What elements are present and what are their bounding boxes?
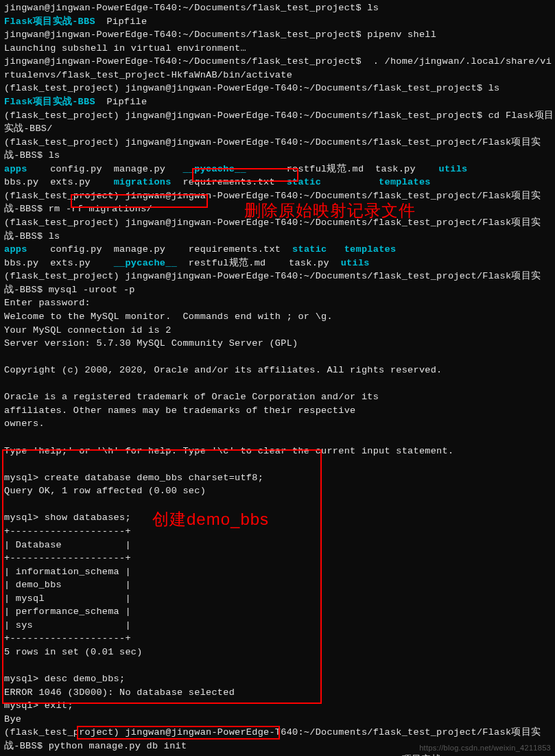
terminal-line: (flask_test_project) jingwan@jingwan-Pow… (4, 216, 555, 243)
terminal-segment: apps (4, 164, 27, 174)
terminal-line: Type 'help;' or '\h' for help. Type '\c'… (4, 445, 555, 458)
terminal-line: mysql> desc demo_bbs; (4, 672, 555, 686)
terminal-segment: templates (344, 244, 397, 255)
terminal-segment: mysql> desc demo_bbs; (4, 674, 125, 684)
terminal-segment: Bye (4, 714, 21, 724)
terminal-segment: apps (4, 244, 27, 255)
terminal-line: apps config.py manage.py requirements.tx… (4, 243, 555, 257)
terminal-line (4, 431, 555, 445)
terminal-line: Welcome to the MySQL monitor. Commands e… (4, 310, 555, 324)
terminal-line: mysql> exit; (4, 699, 555, 713)
terminal-line: jingwan@jingwan-PowerEdge-T640:~/Documen… (4, 55, 555, 82)
terminal-segment: Pipfile (95, 16, 147, 27)
terminal-segment: | performance_schema | (4, 606, 131, 617)
terminal-segment: (flask_test_project) jingwan@jingwan-Pow… (4, 137, 541, 161)
terminal-line: (flask_test_project) jingwan@jingwan-Pow… (4, 109, 555, 136)
terminal-line: +--------------------+ (4, 632, 555, 646)
terminal-line: apps config.py manage.py __pycache__ res… (4, 163, 555, 176)
terminal-segment (321, 177, 379, 187)
terminal-line: Copyright (c) 2000, 2020, Oracle and/or … (4, 364, 555, 377)
terminal-line: (flask_test_project) jingwan@jingwan-Pow… (4, 82, 555, 95)
terminal-output[interactable]: jingwan@jingwan-PowerEdge-T640:~/Documen… (4, 1, 555, 756)
terminal-line: jingwan@jingwan-PowerEdge-T640:~/Documen… (4, 28, 555, 42)
terminal-line: | demo_bbs | (4, 578, 555, 592)
terminal-line: mysql> show databases; (4, 511, 555, 525)
terminal-segment: +--------------------+ (4, 633, 131, 643)
terminal-segment: ERROR 1046 (3D000): No database selected (4, 687, 235, 698)
terminal-segment: Flask项目实战-BBS (4, 97, 95, 107)
terminal-segment (4, 379, 10, 389)
terminal-segment: restful规范.md task.py (246, 164, 439, 174)
terminal-segment (4, 661, 10, 671)
terminal-segment: jingwan@jingwan-PowerEdge-T640:~/Documen… (4, 3, 379, 13)
terminal-segment: requirements.txt (172, 177, 287, 187)
terminal-line: 5 rows in set (0.01 sec) (4, 646, 555, 659)
terminal-line (4, 498, 555, 512)
terminal-segment: | demo_bbs | (4, 580, 131, 590)
watermark-text: https://blog.csdn.net/weixin_4211853 (419, 743, 551, 754)
terminal-line: Oracle is a registered trademark of Orac… (4, 390, 555, 404)
terminal-line: Bye (4, 713, 555, 727)
terminal-segment: static (292, 244, 327, 255)
terminal-line: +--------------------+ (4, 525, 555, 539)
terminal-segment: Pipfile (95, 97, 147, 107)
terminal-segment (4, 352, 10, 362)
terminal-line: Flask项目实战-BBS Pipfile (4, 95, 555, 109)
terminal-line: | mysql | (4, 592, 555, 606)
terminal-segment: config.py manage.py requirements.txt (27, 244, 292, 255)
terminal-line: Flask项目实战-BBS Pipfile (4, 15, 555, 29)
terminal-line: | Database | (4, 539, 555, 552)
terminal-segment (327, 244, 344, 255)
terminal-segment (4, 459, 10, 469)
terminal-line: ERROR 1046 (3D000): No database selected (4, 686, 555, 700)
terminal-segment: jingwan@jingwan-PowerEdge-T640:~/Documen… (4, 29, 436, 40)
terminal-segment: +--------------------+ (4, 553, 131, 563)
terminal-line: (flask_test_project) jingwan@jingwan-Pow… (4, 270, 555, 296)
terminal-segment: migrations (114, 177, 172, 187)
terminal-segment: (flask_test_project) jingwan@jingwan-Pow… (4, 83, 500, 93)
terminal-segment: Enter password: (4, 298, 91, 308)
terminal-segment: Copyright (c) 2000, 2020, Oracle and/or … (4, 365, 442, 375)
terminal-segment (4, 432, 10, 442)
terminal-segment: __pycache__ (182, 164, 246, 174)
terminal-segment: mysql> exit; (4, 700, 73, 711)
terminal-segment: mysql> show databases; (4, 512, 131, 523)
terminal-line: | performance_schema | (4, 605, 555, 619)
terminal-segment: utils (341, 258, 370, 268)
terminal-segment: __pycache__ (114, 258, 177, 268)
terminal-line: Server version: 5.7.30 MySQL Community S… (4, 337, 555, 351)
terminal-line: bbs.py exts.py migrations requirements.t… (4, 176, 555, 189)
terminal-line: owners. (4, 417, 555, 431)
terminal-segment: jingwan@jingwan-PowerEdge-T640:~/Documen… (4, 56, 552, 80)
terminal-segment: bbs.py exts.py (4, 177, 114, 187)
terminal-segment: affiliates. Other names may be trademark… (4, 405, 355, 416)
terminal-line (4, 377, 555, 391)
terminal-line: affiliates. Other names may be trademark… (4, 404, 555, 418)
terminal-segment: (flask_test_project) jingwan@jingwan-Pow… (4, 217, 541, 241)
terminal-segment: | information_schema | (4, 567, 131, 577)
terminal-line: jingwan@jingwan-PowerEdge-T640:~/Documen… (4, 1, 555, 15)
terminal-line: bbs.py exts.py __pycache__ restful规范.md … (4, 257, 555, 270)
terminal-line: mysql> create database demo_bbs charset=… (4, 471, 555, 485)
terminal-segment: Your MySQL connection id is 2 (4, 325, 172, 335)
terminal-segment: 5 rows in set (0.01 sec) (4, 647, 143, 657)
terminal-segment: | mysql | (4, 593, 131, 604)
terminal-segment: | sys | (4, 620, 131, 630)
terminal-segment: | Database | (4, 540, 131, 550)
terminal-segment: Server version: 5.7.30 MySQL Community S… (4, 338, 298, 349)
terminal-segment: Welcome to the MySQL monitor. Commands e… (4, 311, 333, 322)
terminal-line: | information_schema | (4, 565, 555, 579)
terminal-segment: Flask项目实战-BBS (4, 16, 95, 27)
terminal-segment: restful规范.md task.py (177, 258, 341, 268)
terminal-segment: Type 'help;' or '\h' for help. Type '\c'… (4, 446, 453, 456)
terminal-line (4, 351, 555, 364)
terminal-line: +--------------------+ (4, 552, 555, 565)
terminal-line: (flask_test_project) jingwan@jingwan-Pow… (4, 136, 555, 163)
terminal-segment: (flask_test_project) jingwan@jingwan-Pow… (4, 271, 541, 295)
terminal-segment: +--------------------+ (4, 526, 131, 536)
terminal-line: (flask_test_project) jingwan@jingwan-Pow… (4, 189, 555, 216)
terminal-segment: Launching subshell in virtual environmen… (4, 43, 246, 54)
terminal-segment: Oracle is a registered trademark of Orac… (4, 392, 379, 402)
terminal-line: Launching subshell in virtual environmen… (4, 42, 555, 56)
terminal-segment: static (287, 177, 321, 187)
